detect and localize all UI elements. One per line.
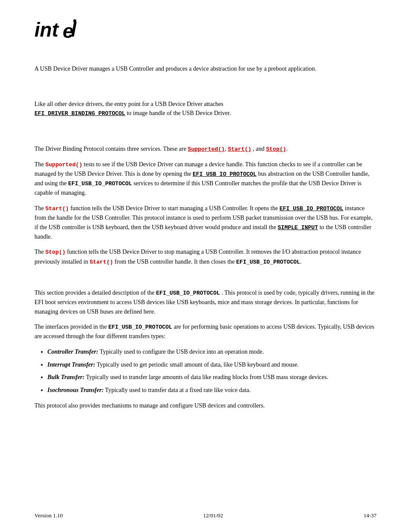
list-item: Interrupt Transfer: Typically used to ge…: [47, 360, 377, 370]
efi-usb-io-code-2: EFI_USB_IO_PROTOCOL: [68, 180, 132, 187]
intro-paragraph: A USB Device Driver manages a USB Contro…: [34, 64, 377, 74]
supported-bold: Supported(): [45, 162, 82, 168]
list-item: Bulk Transfer: Typically used to transfe…: [47, 373, 377, 382]
page: int e l A USB Device Driver manages a US…: [0, 0, 411, 532]
usb-io-section: This section provides a detailed descrip…: [34, 288, 377, 411]
usb-io-closing-para: This protocol also provides mechanisms t…: [34, 401, 377, 411]
stop-para: The Stop() function tells the USB Device…: [34, 247, 377, 266]
efi-driver-binding-protocol-code: EFI_DRIVER_BINDING_PROTOCOL: [34, 110, 125, 117]
binding-section: Like all other device drivers, the entry…: [34, 100, 377, 118]
footer-version: Version 1.10: [34, 512, 63, 519]
supported-para: The Supported() tests to see if the USB …: [34, 160, 377, 198]
start-para: The Start() function tells the USB Devic…: [34, 204, 377, 242]
supported-link: Supported(): [188, 146, 225, 152]
svg-text:int: int: [34, 19, 59, 41]
transfer-types-list: Controller Transfer: Typically used to c…: [47, 347, 377, 395]
start-bold: Start(): [45, 205, 69, 212]
efi-usb-io-protocol-ref: EFI_USB_IO_PROTOCOL: [156, 290, 220, 296]
footer: Version 1.10 12/01/02 14-37: [34, 512, 377, 519]
usb-io-intro-para: This section provides a detailed descrip…: [34, 288, 377, 317]
usb-io-para2: The interfaces provided in the EFI_USB_I…: [34, 322, 377, 341]
list-item: Controller Transfer: Typically used to c…: [47, 347, 377, 357]
svg-point-3: [73, 19, 76, 22]
list-item: Isochronous Transfer: Typically used to …: [47, 386, 377, 395]
footer-page: 14-37: [364, 512, 377, 519]
efi-usb-io-protocol-ref2: EFI_USB_IO_PROTOCOL: [108, 324, 172, 330]
efi-usb-io-code-3: EFI_USB_IO_PROTOCOL: [280, 205, 343, 212]
footer-date: 12/01/02: [203, 512, 223, 519]
services-section: The Driver Binding Protocol contains thr…: [34, 144, 377, 267]
services-intro-para: The Driver Binding Protocol contains thr…: [34, 144, 377, 154]
stop-bold: Stop(): [45, 249, 65, 255]
svg-text:l: l: [71, 19, 77, 41]
start-link: Start(): [228, 146, 252, 152]
efi-usb-io-code-4: EFI_USB_IO_PROTOCOL: [236, 259, 300, 265]
start-bold2: Start(): [90, 259, 113, 265]
stop-link: Stop(): [266, 146, 286, 152]
simple-input-code: SIMPLE_INPUT: [278, 224, 318, 231]
binding-paragraph: Like all other device drivers, the entry…: [34, 100, 377, 118]
intel-logo: int e l: [34, 17, 78, 43]
intro-section: A USB Device Driver manages a USB Contro…: [34, 64, 377, 74]
efi-usb-io-code-1: EFI_USB_IO_PROTOCOL: [193, 171, 256, 177]
